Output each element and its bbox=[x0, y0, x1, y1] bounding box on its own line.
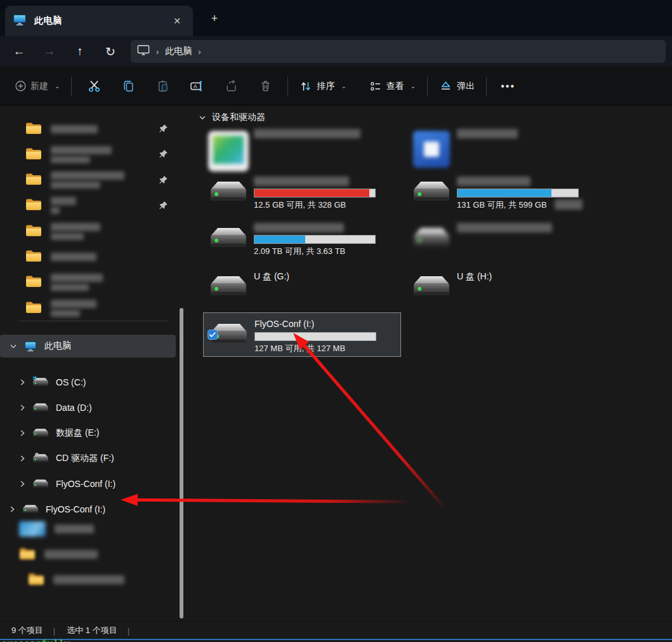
redacted-text bbox=[51, 233, 84, 240]
sort-button[interactable]: 排序 ⌄ bbox=[293, 74, 352, 99]
pinned-folder-item[interactable] bbox=[0, 296, 176, 320]
checked-checkbox[interactable] bbox=[208, 330, 218, 342]
sidebar-scrollbar[interactable] bbox=[180, 308, 183, 619]
content-pane: 设备和驱动器 12.5 GB 可用, 共 328 GB 131 GB 可用, 共… bbox=[190, 105, 672, 621]
sidebar-item-drive-0[interactable]: OS (C:) bbox=[0, 371, 176, 394]
sidebar-item-redacted[interactable] bbox=[0, 568, 176, 592]
explorer-tab[interactable]: 此电脑 ✕ bbox=[5, 6, 193, 36]
delete-button[interactable] bbox=[252, 74, 279, 99]
status-separator: | bbox=[53, 626, 55, 636]
tree-item-label: FlyOS-Conf (I:) bbox=[56, 479, 115, 489]
folder-icon bbox=[25, 197, 42, 211]
redacted-text bbox=[254, 223, 344, 232]
eject-button[interactable]: 弹出 bbox=[433, 74, 481, 99]
selection-checkbox[interactable] bbox=[208, 330, 218, 340]
drive-icon bbox=[211, 273, 246, 298]
folder-icon bbox=[25, 300, 42, 314]
sort-arrows-icon bbox=[300, 80, 312, 93]
pinned-folder-item[interactable] bbox=[0, 245, 176, 269]
tree-item-label: FlyOS-Conf (I:) bbox=[46, 504, 105, 514]
sidebar-item-redacted[interactable] bbox=[0, 542, 176, 566]
view-list-icon bbox=[369, 80, 382, 93]
redacted-text bbox=[555, 199, 583, 210]
chevron-down-icon bbox=[9, 342, 18, 351]
breadcrumb-this-pc[interactable]: 此电脑 bbox=[165, 46, 192, 57]
pinned-folder-item[interactable] bbox=[0, 219, 176, 243]
new-tab-button[interactable]: + bbox=[206, 10, 223, 27]
sidebar-item-this-pc[interactable]: 此电脑 bbox=[0, 335, 176, 358]
pinned-folder-item[interactable] bbox=[0, 142, 176, 166]
view-button[interactable]: 查看 ⌄ bbox=[363, 74, 422, 99]
pinned-folder-item[interactable] bbox=[0, 117, 176, 141]
rename-button[interactable]: A bbox=[183, 74, 210, 99]
paste-button[interactable] bbox=[149, 74, 176, 99]
section-header-devices[interactable]: 设备和驱动器 bbox=[198, 112, 265, 123]
drive-tile-redacted[interactable] bbox=[406, 221, 603, 265]
chevron-right-icon bbox=[18, 378, 27, 387]
drive-icon bbox=[414, 178, 449, 204]
redacted-text bbox=[51, 197, 76, 205]
system-drive-icon bbox=[33, 377, 48, 387]
sidebar-item-drive-1[interactable]: Data (D:) bbox=[0, 396, 176, 419]
redacted-text bbox=[53, 575, 124, 584]
cut-button[interactable] bbox=[81, 74, 107, 99]
watermark-text: successfully bbox=[1, 639, 70, 642]
sort-button-label: 排序 bbox=[317, 81, 334, 92]
drive-icon bbox=[33, 402, 48, 413]
window-bottom-edge bbox=[0, 639, 672, 640]
drive-tile-redacted[interactable]: 131 GB 可用, 共 599 GB bbox=[406, 175, 603, 219]
share-button[interactable] bbox=[218, 74, 244, 99]
status-bar: 9 个项目 | 选中 1 个项目 | bbox=[0, 621, 672, 639]
folder-icon bbox=[25, 249, 42, 262]
up-button[interactable]: ↑ bbox=[69, 41, 91, 62]
pin-icon bbox=[159, 124, 168, 136]
pin-icon bbox=[159, 149, 168, 161]
breadcrumb-monitor-icon bbox=[137, 44, 150, 56]
address-bar[interactable]: › 此电脑 › bbox=[131, 40, 666, 63]
breadcrumb-chevron-icon: › bbox=[156, 47, 159, 57]
back-button[interactable]: ← bbox=[8, 41, 30, 62]
tree-item-label: 数据盘 (E:) bbox=[56, 427, 99, 439]
redacted-text bbox=[457, 223, 552, 232]
drive-tile-redacted[interactable]: 12.5 GB 可用, 共 328 GB bbox=[203, 175, 400, 219]
more-options-button[interactable]: ••• bbox=[492, 81, 524, 92]
drive-tile-flyos-conf-i-[interactable]: FlyOS-Conf (I:)127 MB 可用, 共 127 MB bbox=[203, 312, 401, 357]
pinned-folder-item[interactable] bbox=[0, 194, 176, 218]
tab-close-icon[interactable]: ✕ bbox=[169, 13, 185, 29]
redacted-text bbox=[51, 223, 100, 231]
drive-tile-redacted[interactable]: 2.09 TB 可用, 共 3.63 TB bbox=[203, 221, 400, 265]
drive-icon bbox=[33, 427, 48, 438]
capacity-text: 12.5 GB 可用, 共 328 GB bbox=[254, 199, 376, 211]
sidebar-item-drive-4[interactable]: FlyOS-Conf (I:) bbox=[0, 472, 176, 495]
redacted-text bbox=[457, 129, 518, 138]
redacted-text bbox=[51, 284, 89, 291]
redacted-pc-icon bbox=[208, 131, 249, 171]
sidebar-item-drive-3[interactable]: CD 驱动器 (F:) bbox=[0, 447, 176, 470]
pinned-folder-item[interactable] bbox=[0, 168, 176, 192]
new-button-label: 新建 bbox=[30, 81, 48, 92]
new-button[interactable]: 新建 ⌄ bbox=[9, 74, 66, 99]
sidebar-item-drive-2[interactable]: 数据盘 (E:) bbox=[0, 422, 176, 445]
folder-icon bbox=[28, 572, 44, 585]
chevron-right-icon bbox=[18, 429, 27, 438]
redacted-text bbox=[51, 146, 112, 154]
drive-tile-u-g-[interactable]: U 盘 (G:) bbox=[203, 269, 400, 314]
rename-icon: A bbox=[190, 79, 204, 93]
drive-name: FlyOS-Conf (I:) bbox=[254, 317, 376, 331]
copy-button[interactable] bbox=[115, 74, 142, 99]
pinned-folder-item[interactable] bbox=[0, 271, 176, 295]
command-toolbar: 新建 ⌄ A 排序 ⌄ 查看 ⌄ bbox=[0, 67, 672, 105]
redacted-text bbox=[254, 129, 360, 138]
tree-item-label: OS (C:) bbox=[56, 377, 86, 387]
eject-icon bbox=[439, 79, 452, 93]
toolbar-separator bbox=[71, 77, 72, 96]
forward-button[interactable]: → bbox=[38, 41, 61, 62]
sidebar-item-redacted[interactable] bbox=[0, 517, 176, 541]
folder-icon bbox=[19, 547, 36, 560]
drive-tile-redacted[interactable] bbox=[203, 127, 400, 171]
explorer-body: 此电脑 OS (C:) Data (D:) 数据盘 (E:) CD 驱动器 (F… bbox=[0, 105, 672, 621]
drive-tile-u-h-[interactable]: U 盘 (H:) bbox=[406, 269, 603, 314]
redacted-text bbox=[55, 525, 94, 533]
refresh-button[interactable]: ↻ bbox=[99, 41, 122, 62]
drive-tile-redacted[interactable] bbox=[406, 127, 603, 171]
